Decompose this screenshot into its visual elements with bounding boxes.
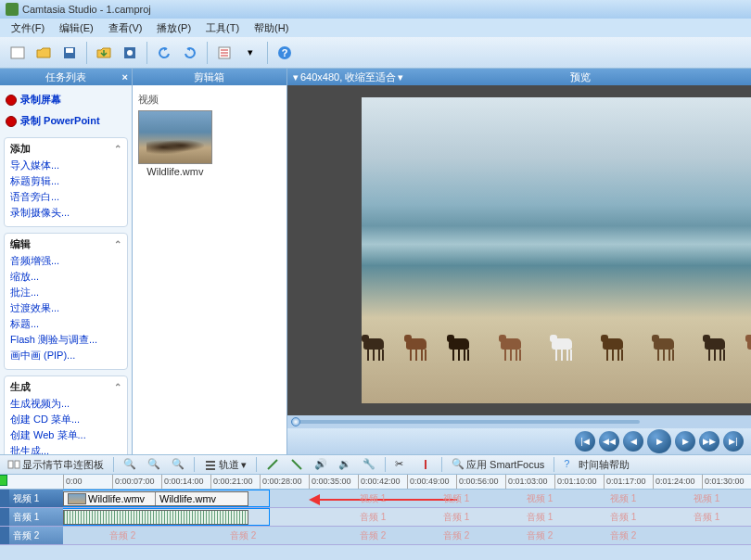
voice-narration-link[interactable]: 语音旁白... — [10, 189, 121, 205]
options-button[interactable] — [212, 41, 236, 65]
undo-button[interactable] — [152, 41, 176, 65]
preview-stage[interactable] — [287, 85, 751, 415]
fade-out-button[interactable] — [286, 457, 307, 472]
pip-link[interactable]: 画中画 (PIP)... — [10, 348, 121, 363]
zoom-fit-button[interactable]: 🔍 — [168, 457, 188, 472]
replace-audio-button[interactable]: 🔧 — [359, 457, 379, 472]
audio-down-button[interactable]: 🔉 — [335, 457, 355, 472]
record-camera-link[interactable]: 录制摄像头... — [10, 205, 121, 221]
collapse-icon[interactable]: ⌃ — [114, 239, 121, 249]
audio-track-body-2[interactable]: 音频 2 音频 2 音频 2 音频 2 音频 2 音频 2 — [63, 527, 751, 544]
ruler-tick: 0:00:07:00 — [112, 475, 161, 489]
track-label-audio1[interactable]: 音频 1 — [9, 508, 63, 526]
audio-down-icon: 🔉 — [338, 458, 351, 471]
track-label-audio2[interactable]: 音频 2 — [9, 527, 63, 544]
tracks-dropdown[interactable]: 轨道 ▾ — [200, 457, 250, 473]
create-cd-menu-link[interactable]: 创建 CD 菜单... — [10, 412, 121, 427]
flash-quiz-link[interactable]: Flash 测验与调查... — [10, 332, 121, 348]
timeline-ruler[interactable]: 0:00 0:00:07:00 0:00:14:00 0:00:21:00 0:… — [0, 475, 751, 490]
menu-help[interactable]: 帮助(H) — [247, 19, 296, 37]
preview-scrubber[interactable] — [287, 415, 751, 428]
timeline-clip[interactable]: Wildlife.wmv Wildlife.wmv — [63, 491, 248, 506]
clip-label: Wildlife.wmv — [88, 493, 145, 504]
transitions-link[interactable]: 过渡效果... — [10, 300, 121, 316]
task-panel-close-icon[interactable]: × — [121, 71, 127, 83]
zoom-link[interactable]: 缩放... — [10, 269, 121, 285]
svg-rect-12 — [15, 461, 19, 468]
import-media-link[interactable]: 导入媒体... — [10, 158, 121, 173]
track-label-video1[interactable]: 视频 1 — [9, 490, 63, 507]
cut-button[interactable]: ✂ — [391, 457, 412, 472]
title-clip-link[interactable]: 标题剪辑... — [10, 173, 121, 189]
save-button[interactable] — [57, 41, 82, 65]
video-track-body[interactable]: Wildlife.wmv Wildlife.wmv 视频 1 视频 1 视频 1… — [63, 490, 751, 507]
playhead[interactable] — [0, 475, 7, 486]
zoom-out-button[interactable]: 🔍 — [144, 457, 164, 472]
rewind-button[interactable]: ◀◀ — [599, 431, 619, 452]
step-fwd-button[interactable]: ▶ — [675, 431, 695, 452]
timeline-audio-clip[interactable] — [63, 510, 248, 525]
ruler-tick: 0:00:35:00 — [309, 475, 358, 489]
audio-track-body[interactable]: 音频 1 音频 1 音频 1 音频 1 音频 1 — [63, 508, 751, 526]
scrubber-thumb[interactable] — [291, 417, 300, 426]
zoom-dropdown[interactable]: ▾ 640x480, 收缩至适合 ▾ — [287, 70, 409, 84]
track-lock[interactable] — [0, 527, 9, 544]
redo-button[interactable] — [178, 41, 202, 65]
forward-button[interactable]: ▶▶ — [699, 431, 719, 452]
fade-in-button[interactable] — [262, 457, 283, 472]
next-clip-button[interactable]: ▶| — [723, 431, 744, 452]
open-button[interactable] — [32, 41, 56, 65]
audio-enhance-link[interactable]: 音频增强... — [10, 253, 121, 269]
produce-video-link[interactable]: 生成视频为... — [10, 396, 121, 412]
clip-name: Wildlife.wmv — [138, 166, 212, 177]
produce-button[interactable] — [118, 41, 142, 65]
separator — [554, 457, 554, 472]
record-ppt-button[interactable]: 录制 PowerPoint — [4, 110, 128, 132]
ghost-label: 音频 2 — [527, 529, 553, 542]
menu-tools[interactable]: 工具(T) — [198, 19, 247, 37]
track-lock[interactable] — [0, 508, 9, 526]
split-button[interactable] — [415, 457, 436, 472]
menu-view[interactable]: 查看(V) — [101, 19, 150, 37]
track-lock[interactable] — [0, 490, 9, 507]
prev-clip-button[interactable]: |◀ — [575, 431, 595, 452]
step-back-button[interactable]: ◀ — [623, 431, 643, 452]
task-group-title: 添加 — [10, 142, 31, 156]
smartfocus-button[interactable]: 🔍应用 SmartFocus — [448, 457, 548, 473]
ghost-label: 音频 1 — [610, 511, 636, 524]
main-area: 任务列表 × 录制屏幕 录制 PowerPoint 添加⌃ 导入媒体... 标题… — [0, 69, 751, 454]
timeline: 0:00 0:00:07:00 0:00:14:00 0:00:21:00 0:… — [0, 475, 751, 560]
callouts-link[interactable]: 批注... — [10, 285, 121, 300]
ghost-label: 音频 1 — [694, 511, 719, 524]
menu-edit[interactable]: 编辑(E) — [52, 19, 101, 37]
import-button[interactable] — [92, 41, 116, 65]
options-dropdown[interactable]: ▾ — [238, 41, 262, 65]
menu-bar: 文件(F) 编辑(E) 查看(V) 播放(P) 工具(T) 帮助(H) — [0, 19, 751, 37]
help-button[interactable]: ? — [273, 41, 297, 65]
toolbar-separator — [146, 42, 147, 64]
ruler-tick: 0:00:56:00 — [456, 475, 505, 489]
record-icon — [6, 95, 17, 106]
clip-item[interactable]: Wildlife.wmv — [138, 110, 212, 177]
fade-in-icon — [266, 458, 279, 471]
storyboard-button[interactable]: 显示情节串连图板 — [4, 457, 108, 473]
captions-link[interactable]: 标题... — [10, 316, 121, 332]
toolbar-separator — [267, 42, 268, 64]
collapse-icon[interactable]: ⌃ — [114, 382, 121, 392]
clip-bin-body[interactable]: 视频 Wildlife.wmv — [133, 85, 286, 454]
record-screen-button[interactable]: 录制屏幕 — [4, 89, 128, 110]
zoom-fit-icon: 🔍 — [172, 458, 185, 471]
collapse-icon[interactable]: ⌃ — [114, 144, 121, 154]
audio-up-button[interactable]: 🔊 — [311, 457, 331, 472]
menu-play[interactable]: 播放(P) — [149, 19, 198, 37]
menu-file[interactable]: 文件(F) — [4, 19, 52, 37]
timeline-help-button[interactable]: ?时间轴帮助 — [560, 457, 633, 473]
zoom-in-button[interactable]: 🔍 — [120, 457, 140, 472]
play-button[interactable]: ▶ — [647, 429, 671, 453]
svg-rect-0 — [11, 47, 24, 58]
new-project-button[interactable] — [6, 41, 30, 65]
create-web-menu-link[interactable]: 创建 Web 菜单... — [10, 427, 121, 443]
ghost-label: 视频 1 — [360, 492, 386, 505]
separator — [194, 457, 195, 472]
batch-produce-link[interactable]: 批生成... — [10, 443, 121, 454]
